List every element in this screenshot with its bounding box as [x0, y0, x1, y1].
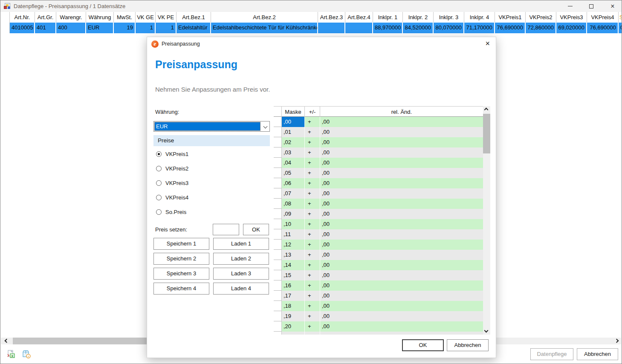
grid-cell-8[interactable]: Edelstahltür [176, 23, 211, 33]
maske-cell[interactable]: ,19 [282, 311, 305, 321]
maske-cell[interactable]: ,17 [282, 291, 305, 301]
sign-cell[interactable]: + [305, 209, 320, 219]
mask-row[interactable]: ,01+,00 [274, 127, 483, 137]
column-header-2[interactable]: Art.Gr. [35, 12, 56, 23]
scroll-left-icon[interactable] [5, 339, 9, 343]
mask-row[interactable]: ,16+,00 [274, 280, 483, 291]
grid-cell-6[interactable]: 1 [136, 23, 156, 33]
mask-row-header[interactable] [274, 147, 282, 158]
maske-cell[interactable]: ,06 [282, 178, 305, 188]
mask-row-header[interactable] [274, 280, 282, 291]
column-header-15[interactable]: Inklpr. 4 [464, 12, 495, 23]
rel-aend-cell[interactable]: ,00 [320, 137, 483, 147]
rel-aend-cell[interactable]: ,00 [320, 199, 483, 209]
mask-row-header[interactable] [274, 127, 282, 137]
sign-cell[interactable]: + [305, 127, 320, 137]
radio-circle-icon[interactable] [156, 166, 162, 171]
mask-row-header[interactable] [274, 229, 282, 240]
column-header-10[interactable]: Art.Bez.3 [318, 12, 345, 23]
mask-row[interactable]: ,09+,00 [274, 209, 483, 219]
radio-circle-icon[interactable] [156, 209, 162, 215]
sign-cell[interactable]: + [305, 291, 320, 301]
maske-cell[interactable]: ,03 [282, 147, 305, 158]
rel-aend-cell[interactable]: ,00 [320, 260, 483, 270]
sign-cell[interactable]: + [305, 229, 320, 240]
mask-row-header[interactable] [274, 117, 282, 127]
rel-aend-cell[interactable]: ,00 [320, 291, 483, 301]
column-header-8[interactable]: Art.Bez.1 [176, 12, 211, 23]
speichern-3-button[interactable]: Speichern 3 [153, 268, 209, 280]
dialog-close-icon[interactable]: × [485, 40, 490, 47]
rel-aend-cell[interactable]: ,00 [320, 158, 483, 168]
sign-cell[interactable]: + [305, 280, 320, 291]
column-header-7[interactable]: VK PE [156, 12, 176, 23]
rel-aend-cell[interactable]: ,00 [320, 250, 483, 260]
grid-cell-13[interactable]: 84,520000 [403, 23, 434, 33]
mask-row[interactable]: ,10+,00 [274, 219, 483, 229]
maske-cell[interactable]: ,09 [282, 209, 305, 219]
set-price-ok-button[interactable]: OK [243, 224, 269, 235]
mask-row-header[interactable] [274, 311, 282, 321]
grid-cell-1[interactable]: 4010005 [10, 23, 35, 33]
sign-cell[interactable]: + [305, 250, 320, 260]
mask-row-header[interactable] [274, 321, 282, 332]
maximize-icon[interactable] [588, 3, 594, 9]
mask-row[interactable]: ,20+,00 [274, 321, 483, 332]
grid-cell-2[interactable]: 401 [35, 23, 56, 33]
rel-aend-column-header[interactable]: rel. Änd. [320, 107, 483, 117]
grid-cell-11[interactable] [345, 23, 373, 33]
radio-circle-icon[interactable] [156, 195, 162, 200]
minimize-icon[interactable] [567, 3, 573, 9]
mask-row-header[interactable] [274, 158, 282, 168]
sign-cell[interactable]: + [305, 199, 320, 209]
grid-cell-9[interactable]: Edelstahlbeschichtete Tür für Kühlschrän… [211, 23, 318, 33]
mask-row[interactable]: ,17+,00 [274, 291, 483, 301]
maske-cell[interactable]: ,10 [282, 219, 305, 229]
sign-cell[interactable]: + [305, 321, 320, 332]
radio-circle-icon[interactable] [156, 151, 162, 157]
maske-cell[interactable]: ,12 [282, 240, 305, 250]
mask-row-header[interactable] [274, 178, 282, 188]
mask-row[interactable]: ,00+,00 [274, 117, 483, 127]
export-excel-icon[interactable]: X [7, 350, 15, 358]
maske-column-header[interactable]: Maske [282, 107, 305, 117]
rel-aend-cell[interactable]: ,00 [320, 117, 483, 127]
mask-row-header[interactable] [274, 291, 282, 301]
mask-row-header[interactable] [274, 332, 282, 335]
mask-row[interactable]: ,02+,00 [274, 137, 483, 147]
abbrechen-button-main[interactable]: Abbrechen [577, 348, 618, 360]
maske-cell[interactable]: ,20 [282, 321, 305, 332]
column-header-20[interactable]: S [619, 12, 622, 23]
mask-scrollbar-thumb[interactable] [483, 114, 490, 153]
scroll-down-icon[interactable] [485, 329, 489, 333]
mask-row-header[interactable] [274, 188, 282, 199]
grid-cell-17[interactable]: 72,860000 [526, 23, 556, 33]
sign-cell[interactable]: + [305, 260, 320, 270]
laden-4-button[interactable]: Laden 4 [213, 283, 269, 295]
grid-cell-19[interactable]: 76,690000 [587, 23, 619, 33]
maske-cell[interactable]: ,01 [282, 127, 305, 137]
column-header-16[interactable]: VKPreis1 [495, 12, 526, 23]
mask-row[interactable]: ,19+,00 [274, 311, 483, 321]
sign-cell[interactable]: + [305, 168, 320, 178]
maske-cell[interactable]: ,18 [282, 301, 305, 311]
mask-row-header[interactable] [274, 209, 282, 219]
mask-row-header[interactable] [274, 199, 282, 209]
radio-vkpreis3[interactable]: VKPreis3 [156, 179, 188, 186]
column-header-18[interactable]: VKPreis3 [556, 12, 587, 23]
laden-3-button[interactable]: Laden 3 [213, 268, 269, 280]
mask-row[interactable]: ,05+,00 [274, 168, 483, 178]
mask-row[interactable]: ,12+,00 [274, 240, 483, 250]
mask-row[interactable]: ,04+,00 [274, 158, 483, 168]
laden-1-button[interactable]: Laden 1 [213, 238, 269, 250]
column-header-12[interactable]: Inklpr. 1 [373, 12, 403, 23]
grid-cell-15[interactable]: 71,170000 [464, 23, 495, 33]
dialog-cancel-button[interactable]: Abbrechen [447, 339, 489, 351]
radio-circle-icon[interactable] [156, 180, 162, 186]
column-header-4[interactable]: Währung [86, 12, 114, 23]
radio-vkpreis2[interactable]: VKPreis2 [156, 165, 188, 172]
column-header-9[interactable]: Art.Bez.2 [211, 12, 318, 23]
column-header-19[interactable]: VKPreis4 [587, 12, 619, 23]
mask-row[interactable]: ,07+,00 [274, 188, 483, 199]
maske-cell[interactable]: ,21 [282, 332, 305, 335]
